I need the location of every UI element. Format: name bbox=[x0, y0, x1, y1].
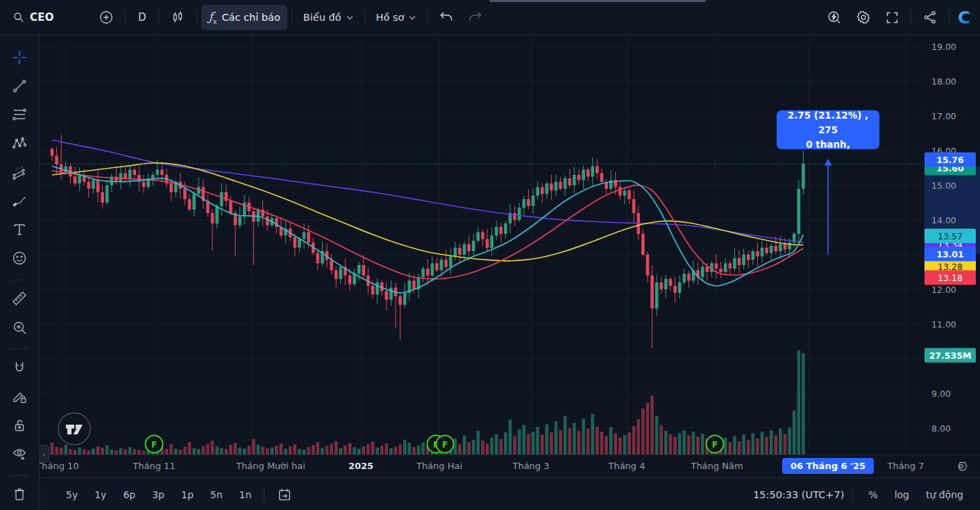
separator bbox=[125, 10, 126, 25]
profile-menu-label: Hồ sơ bbox=[376, 12, 405, 23]
ruler-tool[interactable] bbox=[8, 290, 31, 310]
event-marker-f[interactable]: F bbox=[437, 436, 454, 453]
indicators-button[interactable]: ƒx Các chỉ báo bbox=[201, 5, 287, 30]
time-tick: Tháng Mười hai bbox=[236, 461, 305, 471]
ma-slow-purple bbox=[52, 140, 803, 243]
range-5n-button[interactable]: 5n bbox=[203, 486, 230, 504]
forecast-tool[interactable] bbox=[8, 163, 31, 183]
trash-icon bbox=[11, 486, 28, 505]
measure-change: 2.75 (21.12%) , 275 bbox=[777, 108, 879, 137]
flash-search-button[interactable] bbox=[820, 5, 849, 30]
price-tick: 12.00 bbox=[931, 284, 956, 295]
time-tick: Tháng 7 bbox=[887, 461, 924, 471]
share-button[interactable] bbox=[915, 5, 945, 30]
measure-bars: 0 thanh, bbox=[806, 137, 850, 152]
flash-search-icon bbox=[827, 10, 842, 25]
top-toolbar: CEO D ƒx Các chỉ báo Biểu đồ Hồ sơ bbox=[0, 0, 980, 35]
separator bbox=[364, 10, 365, 25]
time-tick: Tháng 11 bbox=[133, 461, 175, 471]
separator bbox=[852, 487, 853, 502]
goto-date-button[interactable] bbox=[270, 482, 299, 507]
axis-settings-icon[interactable] bbox=[954, 459, 969, 474]
profile-menu[interactable]: Hồ sơ bbox=[369, 5, 423, 30]
brand-logo[interactable]: C bbox=[954, 8, 980, 28]
volume-value: 27.535M bbox=[924, 348, 976, 363]
fib-retracement-icon bbox=[11, 106, 28, 126]
toolbar-divider bbox=[10, 475, 28, 476]
eye-hide-tool[interactable] bbox=[8, 445, 31, 465]
price-tick: 9.00 bbox=[931, 389, 951, 399]
clock[interactable]: 15:50:33 (UTC+7) bbox=[753, 489, 844, 500]
drawing-toolbar bbox=[0, 35, 40, 510]
draw-lock-tool[interactable] bbox=[8, 388, 31, 408]
redo-icon bbox=[468, 10, 483, 24]
chart-layout-menu[interactable]: Biểu đồ bbox=[296, 5, 360, 30]
text-tool[interactable] bbox=[8, 221, 31, 241]
lock-tool[interactable] bbox=[8, 416, 31, 436]
candlestick-chart[interactable]: FFFF bbox=[40, 35, 924, 454]
range-buttons: 5y1y6p3p1p5n1n bbox=[59, 486, 258, 504]
separator bbox=[427, 10, 428, 25]
forecast-icon bbox=[11, 164, 28, 183]
range-1p-button[interactable]: 1p bbox=[174, 486, 201, 504]
measure-start-price: 13.01 bbox=[924, 247, 976, 262]
event-marker-f[interactable]: F bbox=[707, 436, 724, 453]
percent-scale-toggle[interactable]: % bbox=[861, 486, 884, 504]
chevron-down-icon bbox=[409, 15, 416, 20]
separator bbox=[911, 10, 911, 25]
zoom-in-icon bbox=[11, 319, 28, 339]
xabcd-pattern-icon bbox=[11, 135, 28, 155]
range-6p-button[interactable]: 6p bbox=[116, 486, 142, 504]
zoom-in-tool[interactable] bbox=[8, 318, 31, 339]
ruler-icon bbox=[11, 290, 28, 309]
log-scale-toggle[interactable]: log bbox=[888, 486, 916, 504]
crosshair-icon bbox=[11, 49, 28, 69]
emoji-tool[interactable] bbox=[8, 249, 31, 269]
chart-style-button[interactable] bbox=[163, 5, 192, 30]
lock-icon bbox=[11, 417, 28, 436]
settings-button[interactable] bbox=[849, 5, 878, 30]
ma-medium-yellow bbox=[52, 163, 803, 261]
time-tick: Tháng Năm bbox=[691, 461, 743, 471]
price-axis[interactable]: 19.0018.0017.0016.0015.0014.0013.0012.00… bbox=[924, 35, 980, 454]
range-5y-button[interactable]: 5y bbox=[59, 486, 85, 504]
window-handle-strip bbox=[489, 0, 706, 2]
measure-arrow bbox=[825, 159, 832, 255]
interval-button[interactable]: D bbox=[130, 5, 155, 30]
auto-scale-toggle[interactable]: tự động bbox=[919, 486, 970, 504]
symbol-search-button[interactable]: CEO bbox=[6, 5, 61, 30]
chart-pane[interactable]: FFFF bbox=[40, 35, 924, 454]
range-3p-button[interactable]: 3p bbox=[145, 486, 171, 504]
trading-chart-app: CEO D ƒx Các chỉ báo Biểu đồ Hồ sơ bbox=[0, 0, 980, 510]
fullscreen-icon bbox=[885, 10, 899, 25]
collapse-chevron-icon[interactable]: ‹ bbox=[40, 445, 49, 463]
separator bbox=[196, 10, 197, 25]
symbol-name: CEO bbox=[30, 11, 54, 24]
undo-icon bbox=[439, 10, 454, 24]
xabcd-pattern-tool[interactable] bbox=[8, 135, 31, 155]
time-axis[interactable]: Tháng 10Tháng 11Tháng Mười hai2025Tháng … bbox=[40, 454, 980, 478]
toolbar-divider bbox=[10, 280, 28, 280]
trend-line-tool[interactable] bbox=[8, 77, 31, 97]
candlestick-style-icon bbox=[170, 10, 185, 25]
trend-line-icon bbox=[11, 78, 28, 97]
brush-tool[interactable] bbox=[8, 192, 31, 212]
range-1y-button[interactable]: 1y bbox=[87, 486, 113, 504]
magnet-tool[interactable] bbox=[8, 359, 31, 379]
compare-add-button[interactable] bbox=[92, 5, 121, 30]
undo-button[interactable] bbox=[432, 5, 461, 30]
price-tick: 17.00 bbox=[931, 111, 956, 121]
price-tick: 8.00 bbox=[931, 423, 951, 434]
fib-retracement-tool[interactable] bbox=[8, 106, 31, 126]
redo-button[interactable] bbox=[461, 5, 490, 30]
plus-circle-icon bbox=[99, 10, 114, 25]
settings-gear-icon bbox=[856, 10, 871, 25]
range-1n-button[interactable]: 1n bbox=[233, 486, 259, 504]
ma-20-value: 13.18 bbox=[924, 271, 976, 285]
separator bbox=[158, 10, 159, 25]
fullscreen-button[interactable] bbox=[878, 5, 906, 30]
crosshair-tool[interactable] bbox=[8, 49, 31, 69]
trash-tool[interactable] bbox=[8, 486, 31, 506]
price-tick: 14.00 bbox=[931, 215, 956, 226]
event-marker-f[interactable]: F bbox=[146, 436, 163, 453]
